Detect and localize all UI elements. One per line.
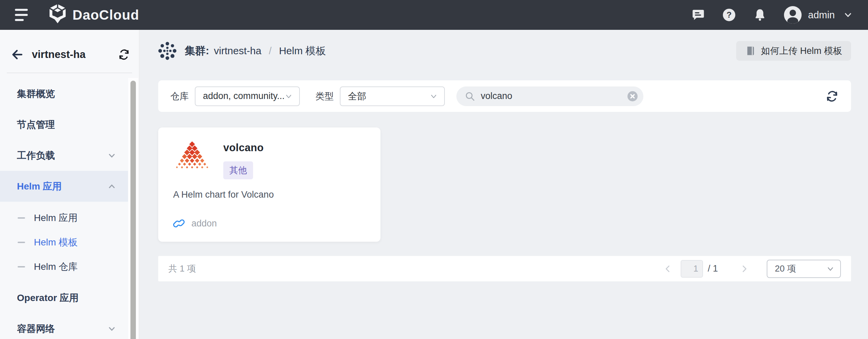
breadcrumb-prefix: 集群: (185, 44, 209, 58)
dash-icon (18, 266, 25, 267)
clear-search-icon[interactable] (627, 91, 638, 102)
sidebar-item-container-network[interactable]: 容器网络 (0, 313, 128, 339)
app-header: DaoCloud ? (0, 0, 868, 30)
chat-icon[interactable] (691, 8, 705, 22)
chevron-down-icon (429, 92, 438, 101)
help-icon[interactable]: ? (722, 8, 736, 22)
pagination-bar: 共 1 项 / 1 20 项 (158, 256, 851, 281)
page-total-label: / 1 (708, 263, 718, 274)
sidebar-item-helm-repos[interactable]: Helm 仓库 (0, 255, 128, 279)
sidebar-item-operator-apps[interactable]: Operator 应用 (0, 282, 128, 313)
user-menu-chevron-down-icon[interactable] (843, 10, 853, 20)
daocloud-cube-icon (48, 4, 67, 26)
search-icon (464, 91, 475, 102)
search-box (456, 86, 643, 106)
next-page-chevron-right-icon[interactable] (740, 264, 749, 274)
dash-icon (18, 242, 25, 243)
breadcrumb: 集群: virtnest-ha / Helm 模板 (158, 42, 326, 60)
sidebar-item-helm-apps[interactable]: Helm 应用 (0, 206, 128, 230)
refresh-icon[interactable] (825, 89, 839, 103)
book-icon (745, 45, 756, 56)
breadcrumb-separator: / (269, 45, 271, 57)
chevron-down-icon (826, 264, 835, 273)
cluster-name-title: virtnest-ha (32, 48, 85, 61)
page-number-input[interactable] (681, 260, 703, 278)
breadcrumb-cluster-link[interactable]: virtnest-ha (214, 45, 261, 57)
type-filter-label: 类型 (315, 90, 334, 102)
volcano-logo-icon (173, 141, 211, 179)
svg-text:?: ? (727, 10, 732, 19)
switch-cluster-icon[interactable] (118, 48, 130, 61)
dash-icon (18, 217, 25, 219)
repo-select-value: addon, community... (203, 91, 284, 101)
page-size-value: 20 项 (775, 263, 796, 275)
helm-chart-card-volcano[interactable]: volcano 其他 A Helm chart for Volcano addo… (158, 127, 380, 242)
filter-panel: 仓库 addon, community... 类型 全部 (158, 80, 851, 112)
hamburger-menu-icon[interactable] (15, 6, 28, 24)
chevron-down-icon (284, 92, 293, 101)
main-content: 集群: virtnest-ha / Helm 模板 如何上传 Helm 模板 仓… (140, 30, 868, 339)
cluster-dots-icon (158, 42, 177, 60)
sidebar-item-helm-apps-parent[interactable]: Helm 应用 (0, 171, 128, 202)
sidebar-nav: 集群概览 节点管理 工作负载 Helm 应用 Helm 应用 Helm 模板 (0, 78, 128, 339)
chart-repo-name: addon (191, 218, 217, 229)
repo-link-icon (173, 218, 185, 229)
sidebar: virtnest-ha 集群概览 节点管理 工作负载 Helm 应用 (0, 30, 140, 339)
user-avatar[interactable] (784, 6, 802, 24)
chevron-up-icon (107, 182, 117, 191)
sidebar-item-cluster-overview[interactable]: 集群概览 (0, 78, 128, 109)
repo-select[interactable]: addon, community... (195, 86, 300, 106)
page-size-select[interactable]: 20 项 (767, 260, 841, 278)
username-label[interactable]: admin (808, 9, 835, 21)
breadcrumb-current: Helm 模板 (279, 44, 326, 58)
brand-name: DaoCloud (73, 7, 139, 23)
sidebar-item-helm-templates[interactable]: Helm 模板 (0, 230, 128, 255)
back-arrow-icon[interactable] (10, 48, 23, 61)
type-select[interactable]: 全部 (340, 86, 445, 106)
repo-filter-label: 仓库 (170, 90, 189, 102)
sidebar-scrollbar-track (128, 78, 138, 339)
chevron-down-icon (107, 151, 117, 160)
sidebar-scrollbar[interactable] (130, 81, 136, 339)
search-input[interactable] (481, 91, 627, 101)
sidebar-item-node-management[interactable]: 节点管理 (0, 109, 128, 140)
previous-page-chevron-left-icon[interactable] (663, 264, 673, 274)
type-select-value: 全部 (348, 90, 366, 102)
chart-description: A Helm chart for Volcano (173, 190, 366, 200)
notifications-bell-icon[interactable] (753, 8, 767, 22)
total-items-label: 共 1 项 (168, 263, 196, 275)
sidebar-item-workloads[interactable]: 工作负载 (0, 140, 128, 171)
chevron-down-icon (107, 324, 117, 334)
brand-logo[interactable]: DaoCloud (48, 4, 139, 26)
upload-help-button[interactable]: 如何上传 Helm 模板 (736, 41, 851, 61)
chart-category-badge: 其他 (223, 161, 253, 179)
sidebar-divider (7, 73, 132, 73)
upload-help-label: 如何上传 Helm 模板 (761, 45, 842, 57)
chart-title: volcano (223, 142, 264, 154)
